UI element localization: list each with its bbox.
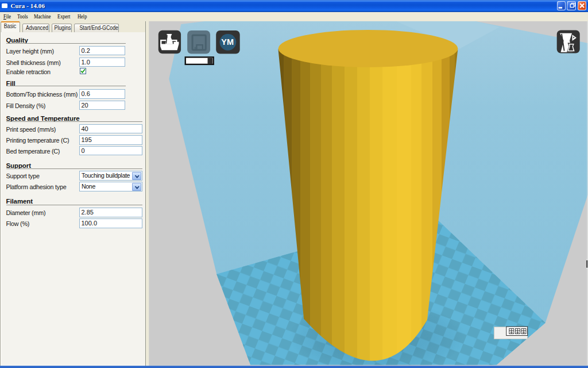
svg-text:YM: YM [221,37,234,46]
